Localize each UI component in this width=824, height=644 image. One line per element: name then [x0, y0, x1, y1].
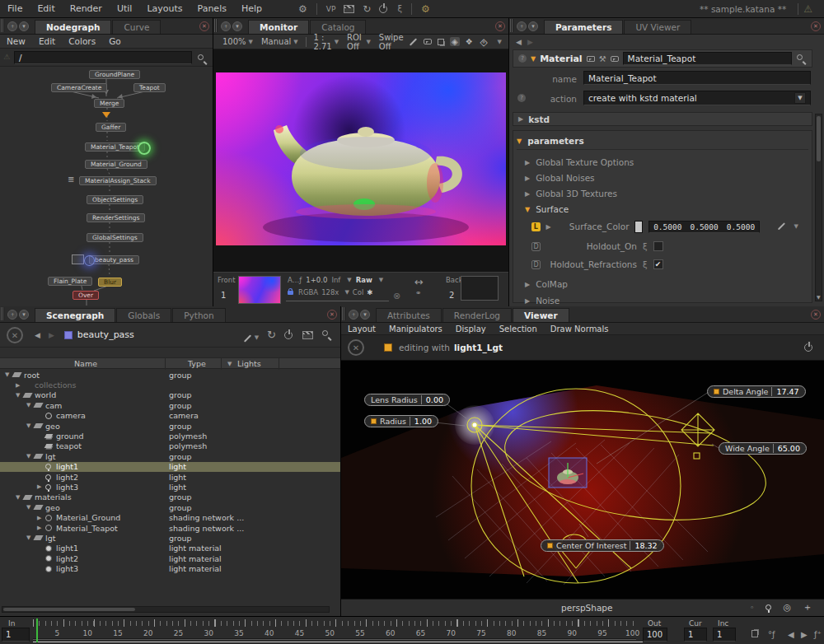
tab-attributes[interactable]: Attributes — [376, 308, 442, 322]
scenegraph-row-ground[interactable]: groundpolymesh — [0, 431, 340, 441]
link-icon[interactable]: ⚭ — [415, 289, 422, 297]
scrollbar-thumb[interactable] — [817, 116, 821, 161]
prev-key-icon[interactable]: ◀ — [788, 630, 794, 639]
color-r-value[interactable]: 0.5000 — [653, 222, 681, 231]
copy-frame-icon[interactable] — [751, 630, 758, 637]
panel-grip[interactable] — [510, 19, 513, 32]
pane-add-icon[interactable]: ＋ — [7, 310, 17, 320]
scenegraph-row-materials[interactable]: ▼materialsgroup — [0, 492, 340, 502]
pencil-icon[interactable]: ▼ — [243, 327, 259, 343]
group-surface[interactable]: ▼Surface — [525, 203, 798, 216]
node-Gaffer[interactable]: Gaffer — [96, 123, 126, 132]
scenegraph-tree[interactable]: ▼rootgroup▶collections▼worldgroup▼camgro… — [0, 370, 340, 574]
update-mode-select[interactable]: Manual▼ — [257, 37, 302, 46]
scenegraph-row-lgt[interactable]: ▼lgtgroup — [0, 533, 340, 543]
expander-icon[interactable]: ▶ — [37, 515, 45, 521]
scenegraph-row-light1[interactable]: light1light material — [0, 544, 340, 553]
forward-arrow-icon[interactable]: ▶ — [527, 38, 533, 46]
scenegraph-row-world[interactable]: ▼worldgroup — [0, 390, 340, 400]
menu-layouts[interactable]: Layouts — [139, 3, 190, 14]
pane-add-icon[interactable]: ＋ — [517, 21, 527, 31]
power-icon[interactable] — [379, 4, 389, 14]
pass-color-swatch[interactable] — [64, 331, 73, 339]
scenegraph-row-light3[interactable]: light3light material — [0, 563, 340, 573]
viewer-menu-selection[interactable]: Selection — [493, 324, 544, 334]
pane-menu-icon[interactable]: ▾ — [19, 310, 29, 320]
annotate-pen-icon[interactable] — [410, 38, 417, 45]
manipulator-value[interactable]: 65.00 — [773, 444, 800, 453]
scenegraph-row-geo[interactable]: ▼geogroup — [0, 502, 340, 512]
color-g-value[interactable]: 0.5000 — [690, 222, 718, 231]
viewport-3d[interactable]: Lens Radius0.00Radius1.00Delta Angle17.4… — [341, 361, 824, 599]
layers-icon[interactable] — [438, 39, 444, 45]
set-key-icon[interactable]: °ƒ — [768, 630, 775, 639]
manipulator-label-wide-angle[interactable]: Wide Angle65.00 — [719, 442, 807, 455]
compare-diamonds-icon[interactable]: ❖ — [466, 37, 473, 46]
menu-file[interactable]: File — [0, 3, 30, 14]
param-holdout-refractions[interactable]: D Holdout_Refractions ξ ✔ — [531, 258, 798, 271]
scenegraph-row-cam[interactable]: ▼camgroup — [0, 400, 340, 410]
nodegraph-menu-edit[interactable]: Edit — [32, 36, 62, 46]
node-ObjectSettings[interactable]: ObjectSettings — [87, 195, 143, 204]
manipulator-value[interactable]: 17.47 — [771, 387, 798, 396]
node-GlobalSettings[interactable]: GlobalSettings — [87, 233, 143, 242]
pane-menu-icon[interactable]: ▾ — [19, 21, 29, 31]
refresh-icon[interactable]: ↻ — [358, 3, 375, 15]
close-icon[interactable]: ✕ — [199, 21, 209, 31]
pane-menu-icon[interactable]: ▾ — [528, 21, 538, 31]
group-global-noises[interactable]: ▶Global Noises — [525, 171, 798, 184]
manipulator-label-lens-radius[interactable]: Lens Radius0.00 — [364, 394, 450, 406]
tab-globals[interactable]: Globals — [116, 308, 171, 322]
scroll-down-icon[interactable]: ▼ — [817, 294, 821, 300]
pane-menu-icon[interactable]: ▾ — [232, 21, 242, 31]
scenegraph-row-camera[interactable]: cameracamera — [0, 411, 340, 421]
nodegraph-menu-new[interactable]: New — [0, 36, 32, 46]
nodegraph-canvas[interactable]: GroundPlaneCameraCreateTeapotMergeGaffer… — [0, 67, 213, 306]
search-icon[interactable] — [321, 329, 332, 340]
local-badge[interactable]: L — [531, 222, 541, 231]
tab-monitor[interactable]: Monitor — [248, 20, 309, 34]
tab-parameters[interactable]: Parameters — [544, 20, 623, 34]
expander-icon[interactable]: ▶ — [16, 382, 24, 389]
group-colmap[interactable]: ▶ColMap — [525, 278, 798, 291]
light-pin-icon[interactable] — [765, 604, 771, 610]
chevron-down-icon[interactable]: ▼ — [498, 39, 502, 45]
nodegraph-menu-go[interactable]: Go — [102, 36, 128, 46]
node-Merge[interactable]: Merge — [94, 99, 124, 108]
menu-render[interactable]: Render — [63, 3, 110, 14]
close-icon[interactable]: ✕ — [495, 21, 505, 31]
tag-icon[interactable] — [587, 56, 595, 62]
scenegraph-row-light2[interactable]: light2light — [0, 472, 340, 482]
render-clapper-icon[interactable] — [344, 5, 354, 13]
panel-grip[interactable] — [342, 307, 345, 320]
scrollbar-thumb[interactable] — [3, 608, 135, 611]
aspect-select[interactable]: 1 : 2.71▼ — [309, 33, 343, 51]
monitor-viewport[interactable] — [213, 49, 508, 272]
node-Material_Ground[interactable]: Material_Ground — [85, 160, 147, 169]
pan-diamond-icon[interactable]: ◈ — [450, 37, 460, 46]
chevron-down-icon[interactable]: ▼ — [794, 92, 806, 104]
manipulator-label-delta-angle[interactable]: Delta Angle17.47 — [707, 385, 806, 398]
scenegraph-row-root[interactable]: ▼rootgroup — [0, 370, 340, 380]
column-name[interactable]: Name — [74, 359, 97, 368]
refresh-icon[interactable]: ↻ — [267, 329, 276, 341]
tab-scenegraph[interactable]: Scenegraph — [35, 308, 115, 322]
warning-triangle-icon[interactable]: ⚠ — [803, 3, 812, 15]
viewer-menu-draw-normals[interactable]: Draw Normals — [544, 324, 616, 334]
collapsed-triangle-icon[interactable]: ▶ — [546, 223, 551, 231]
tab-catalog[interactable]: Catalog — [310, 20, 366, 34]
chevron-down-icon[interactable]: ▼ — [794, 223, 798, 230]
camera-name-label[interactable]: perspShape — [561, 603, 612, 613]
playhead[interactable] — [36, 618, 38, 642]
in-field[interactable]: 1 — [2, 628, 30, 642]
menu-util[interactable]: Util — [110, 3, 139, 14]
tab-curve[interactable]: Curve — [112, 20, 161, 34]
swap-arrows-icon[interactable]: ↔ — [414, 276, 424, 288]
node-beauty_pass[interactable]: beauty_pass — [89, 255, 139, 264]
pane-add-icon[interactable]: ＋ — [7, 21, 17, 31]
node-Flain_Plate[interactable]: Flain_Plate — [48, 277, 92, 286]
color-swatch[interactable] — [634, 221, 643, 233]
roi-select[interactable]: ROI Off▼ — [343, 33, 375, 51]
param-surface-color[interactable]: L ▶ Surface_Color 0.5000 0.5000 0.5000 ▼ — [531, 220, 798, 233]
help-icon[interactable]: ? — [517, 94, 526, 102]
